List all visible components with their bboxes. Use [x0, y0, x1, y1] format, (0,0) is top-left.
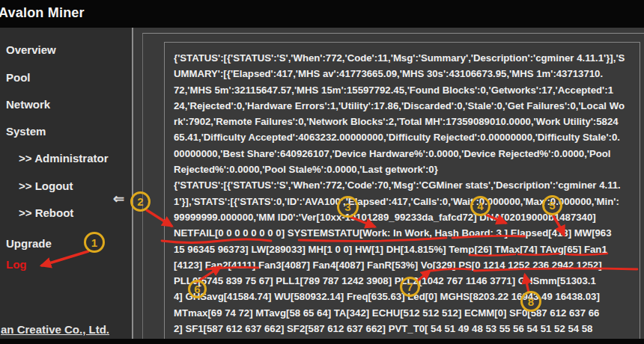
sidebar-item-pool[interactable]: Pool: [6, 71, 31, 84]
sidebar-item-administrator[interactable]: >> Administrator: [19, 152, 108, 165]
log-line: {'STATUS':[{'STATUS':'S','When':772,'Cod…: [174, 177, 638, 193]
log-line: Rejected%':0.0000,'Pool Stale%':0.0000,'…: [174, 162, 638, 177]
log-line: 99999999.000000,'MM ID0':'Ver[10xx-19101…: [174, 209, 638, 225]
log-line: MTmax[69 74 72] MTavg[58 65 64] TA[342] …: [174, 305, 638, 321]
sidebar-item-overview[interactable]: Overview: [6, 43, 56, 56]
log-line: UMMARY':[{'Elapsed':417,'MHS av':4177366…: [174, 66, 638, 82]
log-line: 24,'Rejected':0,'Hardware Errors':1,'Uti…: [174, 98, 638, 114]
log-line: rk':7902,'Remote Failures':0,'Network Bl…: [174, 114, 638, 129]
log-line: 1'}],'STATS':[{'STATS':0,'ID':'AVA100','…: [174, 194, 638, 209]
log-line: 72,'MHS 5m':32115647.57,'MHS 15m':155977…: [174, 82, 638, 98]
sidebar-item-log[interactable]: Log: [6, 258, 27, 271]
log-line: [4123] Fan2[4111] Fan3[4087] Fan4[4087] …: [174, 257, 638, 273]
sidebar-divider: [132, 28, 133, 339]
log-line: 15 96345 96373] LW[289033] MH[1 0 0] HW[…: [174, 242, 638, 257]
sidebar-item-upgrade[interactable]: Upgrade: [6, 237, 52, 250]
sidebar: Overview Pool Network System >> Administ…: [0, 28, 132, 339]
log-line: 65.41,'Difficulty Accepted':4063232.0000…: [174, 129, 638, 145]
log-line: {'STATUS':[{'STATUS':'S','When':772,'Cod…: [174, 50, 638, 66]
app-title: Avalon Miner: [0, 5, 85, 21]
log-line: 4] GHSavg[41584.74] WU[580932.14] Freq[6…: [174, 289, 638, 304]
sidebar-footer-link[interactable]: an Creative Co., Ltd.: [1, 323, 109, 336]
log-line: 2] SF1[587 612 637 662] SF2[587 612 637 …: [174, 321, 638, 337]
log-line: 00000000,'Best Share':640926107,'Device …: [174, 146, 638, 162]
sidebar-item-network[interactable]: Network: [6, 98, 50, 111]
top-bar: Avalon Miner: [0, 0, 644, 28]
sidebar-item-system[interactable]: System: [6, 125, 46, 138]
sidebar-item-logout[interactable]: >> Logout: [19, 179, 73, 192]
sidebar-item-reboot[interactable]: >> Reboot: [19, 206, 73, 219]
log-box[interactable]: {'STATUS':[{'STATUS':'S','When':772,'Cod…: [164, 42, 640, 344]
log-line: NETFAIL[0 0 0 0 0 0 0 0] SYSTEMSTATU[Wor…: [174, 225, 638, 241]
log-line: PLL0[5745 839 75 67] PLL1[789 787 1242 3…: [174, 273, 638, 289]
bottom-bar: [0, 339, 644, 344]
